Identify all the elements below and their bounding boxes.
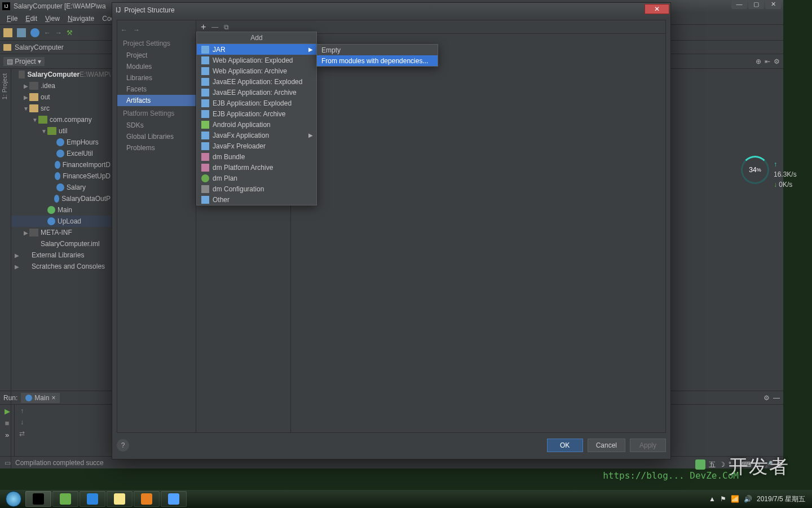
tree-node[interactable]: SalaryDataOutP — [11, 193, 111, 204]
dialog-titlebar[interactable]: IJ Project Structure ✕ — [112, 3, 670, 17]
nav-back-icon[interactable]: ← — [44, 29, 51, 37]
run-minimize-icon[interactable]: — — [773, 394, 780, 402]
tree-node[interactable]: ▶META-INF — [11, 227, 111, 238]
tree-node[interactable]: ▼src — [11, 103, 111, 114]
add-menu-item[interactable]: Web Application: Exploded — [197, 55, 316, 65]
ime-mic-icon[interactable]: 🎤 — [765, 461, 773, 468]
ime-toolbar[interactable]: 五 ☽ °， ⌨ ☺ 🎤 ⚙ — [695, 459, 783, 470]
status-rect-icon[interactable]: ▭ — [5, 459, 11, 467]
tree-node[interactable]: ExcelUtil — [11, 148, 111, 159]
ime-logo-icon[interactable] — [695, 459, 705, 470]
taskbar-clock[interactable]: 2019/7/5 星期五 — [757, 494, 805, 504]
add-menu-item[interactable]: Other — [197, 194, 316, 205]
tree-node[interactable]: EmpHours — [11, 137, 111, 148]
tree-node[interactable]: UpLoad — [11, 216, 111, 227]
stop-icon[interactable]: ■ — [5, 419, 10, 427]
menu-navigate[interactable]: Navigate — [64, 14, 98, 24]
tray-flag-icon[interactable]: ⚑ — [720, 495, 726, 503]
collapse-icon[interactable]: ⇤ — [765, 58, 770, 65]
tree-node[interactable]: SalaryComputer.iml — [11, 238, 111, 249]
nav-item-facets[interactable]: Facets — [117, 84, 196, 95]
add-menu-item[interactable]: Android Application — [197, 119, 316, 130]
target-icon[interactable]: ⊕ — [756, 58, 761, 65]
jar-submenu-popup[interactable]: EmptyFrom modules with dependencies... — [316, 44, 438, 67]
add-menu-item[interactable]: JavaFx Preloader — [197, 141, 316, 151]
project-view-toggle[interactable]: ▤ Project ▾ — [3, 57, 45, 66]
taskbar-app-rocket[interactable] — [80, 491, 105, 507]
tree-node[interactable]: ▶.idea — [11, 80, 111, 91]
menu-file[interactable]: File — [3, 14, 21, 24]
close-tab-icon[interactable]: × — [51, 394, 55, 402]
taskbar-app-firefox[interactable] — [134, 491, 160, 507]
add-artifact-button[interactable]: + — [201, 22, 206, 32]
start-button[interactable] — [2, 490, 25, 508]
settings-icon[interactable]: ⚙ — [774, 58, 780, 65]
breadcrumb-root[interactable]: SalaryComputer — [15, 43, 64, 51]
dialog-close-button[interactable]: ✕ — [645, 4, 669, 14]
taskbar-app-IJ[interactable] — [25, 491, 51, 507]
remove-artifact-button[interactable]: — — [211, 23, 218, 31]
open-icon[interactable] — [3, 28, 12, 37]
project-tool-tab[interactable]: 1: Project — [0, 69, 9, 104]
apply-button[interactable]: Apply — [630, 439, 666, 452]
add-artifact-popup[interactable]: Add JAR▶Web Application: ExplodedWeb App… — [196, 32, 317, 205]
nav-item-global-libraries[interactable]: Global Libraries — [117, 131, 196, 142]
menu-edit[interactable]: Edit — [22, 14, 41, 24]
down-icon[interactable]: ↓ — [20, 418, 24, 426]
tree-node[interactable]: SalaryComputer E:\WAMP\ — [11, 69, 111, 80]
add-menu-item[interactable]: EJB Application: Archive — [197, 108, 316, 119]
add-menu-item[interactable]: dm Configuration — [197, 183, 316, 194]
project-tree[interactable]: SalaryComputer E:\WAMP\▶.idea▶out▼src▼co… — [11, 69, 111, 389]
jar-submenu-item[interactable]: From modules with dependencies... — [317, 55, 438, 66]
taskbar-app-explorer[interactable] — [107, 491, 133, 507]
windows-taskbar[interactable]: ▲ ⚑ 📶 🔊 2019/7/5 星期五 — [0, 490, 812, 508]
tray-network-icon[interactable]: 📶 — [731, 495, 739, 503]
taskbar-app-leaf[interactable] — [52, 491, 78, 507]
run-settings-icon[interactable]: ⚙ — [764, 394, 770, 402]
run-tab-main[interactable]: Main × — [21, 393, 60, 403]
ime-mode[interactable]: 五 — [709, 460, 716, 470]
cancel-button[interactable]: Cancel — [588, 439, 625, 452]
tree-node[interactable]: ▶out — [11, 91, 111, 103]
nav-fwd-icon[interactable]: → — [55, 29, 62, 37]
add-menu-item[interactable]: JavaFx Application▶ — [197, 130, 316, 141]
copy-artifact-button[interactable]: ⧉ — [224, 23, 229, 31]
tree-node[interactable]: ▶Scratches and Consoles — [11, 261, 111, 272]
build-icon[interactable]: ⚒ — [67, 29, 73, 37]
save-icon[interactable] — [17, 28, 26, 37]
tree-node[interactable]: Salary — [11, 182, 111, 193]
sync-icon[interactable] — [30, 28, 39, 37]
rerun-icon[interactable]: ▶ — [5, 407, 10, 415]
performance-widget[interactable]: 34% 16.3K/s 0K/s — [741, 156, 789, 185]
add-menu-item[interactable]: dm Plan — [197, 173, 316, 183]
nav-item-sdks[interactable]: SDKs — [117, 120, 196, 131]
ime-smile-icon[interactable]: ☺ — [754, 461, 761, 468]
nav-item-artifacts[interactable]: Artifacts — [117, 95, 196, 106]
maximize-button[interactable]: ▢ — [748, 0, 764, 9]
add-menu-item[interactable]: JavaEE Application: Archive — [197, 87, 316, 98]
ime-punct-icon[interactable]: °， — [729, 460, 738, 470]
nav-item-project[interactable]: Project — [117, 50, 196, 61]
add-menu-item[interactable]: EJB Application: Exploded — [197, 98, 316, 108]
ok-button[interactable]: OK — [547, 439, 583, 452]
minimize-button[interactable]: — — [731, 0, 747, 9]
nav-item-libraries[interactable]: Libraries — [117, 72, 196, 84]
tray-volume-icon[interactable]: 🔊 — [744, 495, 752, 503]
nav-item-modules[interactable]: Modules — [117, 61, 196, 72]
ime-moon-icon[interactable]: ☽ — [719, 461, 725, 468]
tree-node[interactable]: ▼util — [11, 125, 111, 137]
nav-back-button[interactable]: ← — [121, 26, 127, 34]
tray-expand-icon[interactable]: ▲ — [709, 495, 716, 503]
wrap-icon[interactable]: ⇄ — [19, 430, 25, 437]
add-menu-item[interactable]: dm Platform Archive — [197, 162, 316, 173]
add-menu-item[interactable]: JAR▶ — [197, 44, 316, 55]
tree-node[interactable]: FinanceImportD — [11, 159, 111, 170]
up-icon[interactable]: ↑ — [20, 407, 24, 415]
menu-view[interactable]: View — [42, 14, 63, 24]
ime-keyboard-icon[interactable]: ⌨ — [742, 461, 751, 468]
system-tray[interactable]: ▲ ⚑ 📶 🔊 2019/7/5 星期五 — [704, 494, 810, 504]
nav-item-problems[interactable]: Problems — [117, 142, 196, 154]
add-menu-item[interactable]: dm Bundle — [197, 151, 316, 162]
tree-node[interactable]: ▼com.company — [11, 114, 111, 125]
add-menu-item[interactable]: JavaEE Application: Exploded — [197, 76, 316, 87]
